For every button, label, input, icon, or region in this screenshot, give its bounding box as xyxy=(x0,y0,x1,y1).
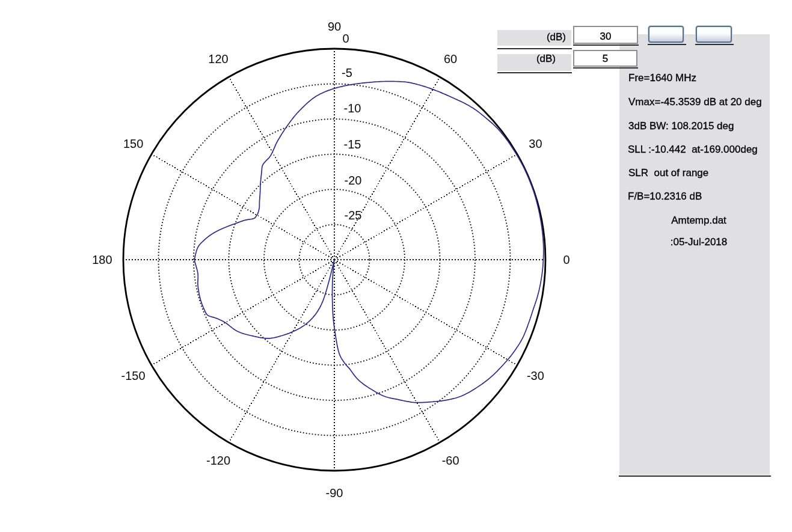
svg-text:-150: -150 xyxy=(121,369,146,382)
svg-text:-15: -15 xyxy=(344,138,361,151)
svg-text:-60: -60 xyxy=(442,454,459,467)
svg-text:90: 90 xyxy=(328,20,341,33)
svg-text:60: 60 xyxy=(444,52,457,66)
svg-text:30: 30 xyxy=(529,137,542,150)
svg-text:0: 0 xyxy=(342,32,349,45)
svg-text:0: 0 xyxy=(563,253,570,266)
svg-text:-25: -25 xyxy=(345,209,362,222)
svg-text:-20: -20 xyxy=(345,174,362,187)
svg-text:-120: -120 xyxy=(206,454,230,467)
svg-text:180: 180 xyxy=(92,253,112,266)
svg-text:-30: -30 xyxy=(527,369,544,382)
svg-text:-5: -5 xyxy=(342,66,352,79)
svg-text:120: 120 xyxy=(208,52,228,66)
svg-text:150: 150 xyxy=(123,137,143,150)
svg-text:-90: -90 xyxy=(326,486,343,500)
svg-text:-10: -10 xyxy=(344,102,361,115)
